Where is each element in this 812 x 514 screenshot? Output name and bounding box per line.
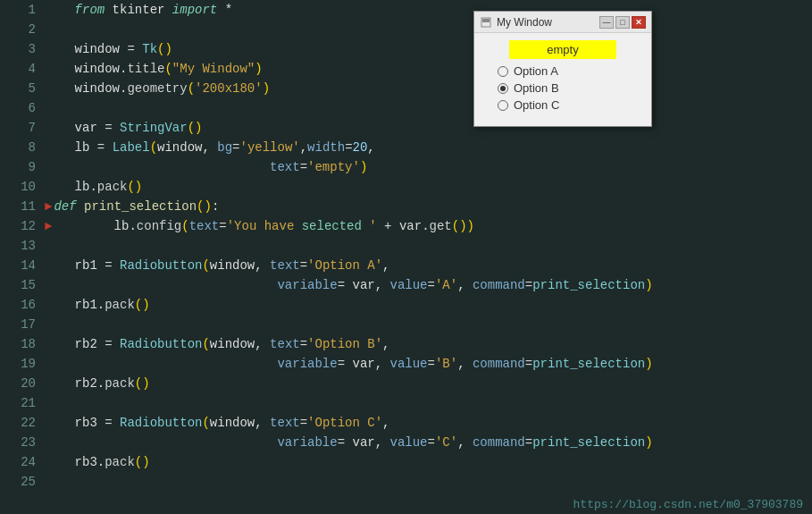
tk-radio-option-c[interactable]: Option C xyxy=(498,98,646,112)
code-line-5: window . geometry ( '200x180' ) xyxy=(45,79,812,98)
code-line-21 xyxy=(45,393,812,413)
code-line-11: ► def print_selection () : xyxy=(45,197,812,216)
bottom-bar: https://blog.csdn.net/m0_37903789 xyxy=(0,494,812,514)
tk-radio-label-c: Option C xyxy=(514,98,559,112)
tk-radio-label-b: Option B xyxy=(514,81,559,95)
code-line-7: var = StringVar () xyxy=(45,118,812,138)
code-line-25 xyxy=(45,472,812,492)
code-line-20: rb2 . pack () xyxy=(45,374,812,393)
code-line-8: lb = Label ( window, bg = 'yellow' , wid… xyxy=(45,138,812,157)
tk-radio-circle-c[interactable] xyxy=(498,100,508,111)
code-content: from tkinter import * window = Tk () win… xyxy=(45,0,812,514)
code-line-6 xyxy=(45,98,812,118)
tk-body: empty Option A Option B Option C xyxy=(474,33,651,126)
svg-rect-1 xyxy=(482,19,490,22)
code-line-12: ► lb . config ( text = 'You have selecte… xyxy=(45,216,812,236)
tk-radio-circle-a[interactable] xyxy=(498,66,508,77)
tk-title-text: My Window xyxy=(497,16,599,29)
tk-controls: — □ ✕ xyxy=(599,16,646,29)
tkinter-window: My Window — □ ✕ empty Option A Option B … xyxy=(473,11,652,127)
code-line-18: rb2 = Radiobutton ( window, text = 'Opti… xyxy=(45,334,812,354)
tk-maximize-button[interactable]: □ xyxy=(615,16,630,29)
code-line-19: variable = var, value = 'B' , command = … xyxy=(45,354,812,374)
tk-close-button[interactable]: ✕ xyxy=(632,16,646,29)
tk-label-empty: empty xyxy=(509,40,616,59)
code-line-23: variable = var, value = 'C' , command = … xyxy=(45,433,812,452)
code-line-2 xyxy=(45,20,812,39)
code-line-14: rb1 = Radiobutton ( window, text = 'Opti… xyxy=(45,256,812,275)
tk-titlebar: My Window — □ ✕ xyxy=(474,12,651,33)
code-line-17 xyxy=(45,315,812,334)
code-line-24: rb3 . pack () xyxy=(45,452,812,472)
code-line-16: rb1 . pack () xyxy=(45,295,812,315)
code-line-10: lb . pack () xyxy=(45,177,812,197)
code-line-1: from tkinter import * xyxy=(45,0,812,20)
tk-minimize-button[interactable]: — xyxy=(599,16,614,29)
code-line-15: variable = var, value = 'A' , command = … xyxy=(45,275,812,295)
code-editor: 1 2 3 4 5 6 7 8 9 10 11 12 13 14 15 16 1… xyxy=(0,0,812,514)
tk-radio-label-a: Option A xyxy=(514,64,558,78)
code-line-13 xyxy=(45,236,812,256)
line-numbers: 1 2 3 4 5 6 7 8 9 10 11 12 13 14 15 16 1… xyxy=(0,0,45,514)
tk-radio-option-a[interactable]: Option A xyxy=(498,64,646,78)
code-line-3: window = Tk () xyxy=(45,39,812,59)
code-line-9: text = 'empty' ) xyxy=(45,157,812,177)
tk-radio-circle-b[interactable] xyxy=(498,83,508,94)
tk-title-icon xyxy=(480,16,492,29)
tk-radio-option-b[interactable]: Option B xyxy=(498,81,646,95)
bottom-url: https://blog.csdn.net/m0_37903789 xyxy=(573,498,803,511)
code-line-22: rb3 = Radiobutton ( window, text = 'Opti… xyxy=(45,413,812,433)
code-line-4: window . title ( "My Window" ) xyxy=(45,59,812,79)
